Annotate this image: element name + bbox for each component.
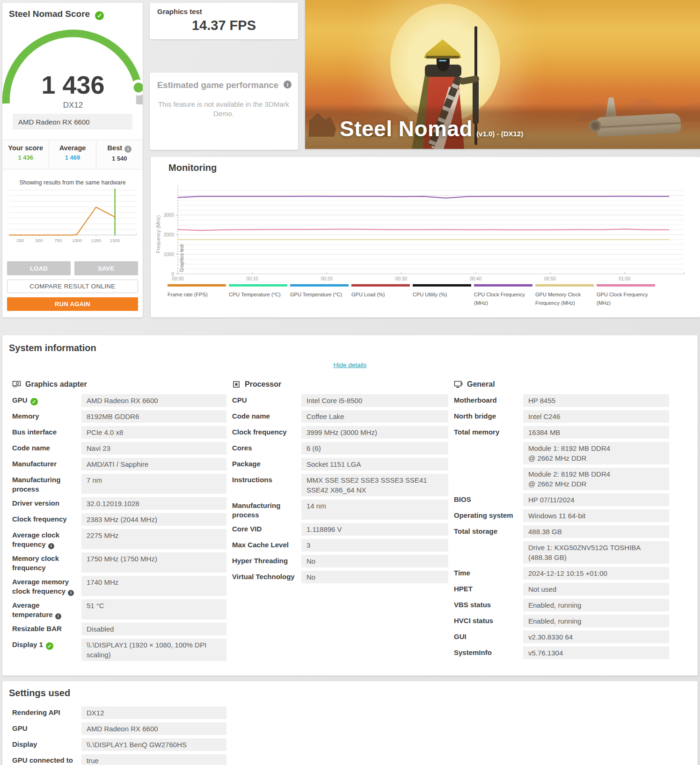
info-value: Navi 23 — [81, 442, 226, 455]
hide-details-link: Hide details — [2, 361, 698, 368]
info-label: CPU — [232, 394, 301, 407]
info-value: 488.38 GB — [523, 525, 669, 538]
svg-text:500: 500 — [36, 238, 43, 243]
info-label: Manufacturing process — [12, 474, 81, 494]
3dmark-result-page: Steel Nomad Score ✓ 1 436 DX12 AMD Radeo… — [0, 0, 700, 765]
info-label: Virtual Technology — [232, 571, 301, 583]
save-button[interactable]: SAVE — [74, 261, 138, 275]
info-label: Driver version — [12, 497, 81, 510]
legend-item[interactable]: Frame rate (FPS) — [168, 284, 226, 307]
legend-item[interactable]: CPU Clock Frequency (MHz) — [474, 284, 532, 307]
info-icon[interactable]: i — [68, 590, 74, 596]
info-label: Package — [232, 458, 301, 471]
best-info-icon[interactable]: i — [124, 146, 131, 153]
info-row: CPUIntel Core i5-8500 — [232, 394, 448, 407]
info-row: SystemInfov5.76.1304 — [454, 647, 669, 659]
character-visor — [439, 60, 446, 61]
info-row: Max Cache Level3 — [232, 539, 448, 552]
info-label — [454, 541, 523, 564]
info-row: North bridgeIntel C246 — [454, 410, 669, 423]
info-label: Instructions — [232, 474, 301, 496]
check-icon: ✓ — [30, 398, 38, 405]
column-header-label: Graphics adapter — [25, 380, 87, 389]
info-value: PCIe 4.0 x8 — [81, 426, 226, 439]
info-value: 16384 MB — [523, 426, 669, 439]
info-row: GPUAMD Radeon RX 6600 — [12, 722, 226, 735]
info-label: Memory clock frequency — [12, 552, 81, 573]
info-value: Module 2: 8192 MB DDR4 @ 2662 MHz DDR — [523, 468, 669, 490]
results-histogram: 250500750100012501500 — [5, 186, 140, 250]
legend-item[interactable]: GPU Memory Clock Frequency (MHz) — [535, 284, 594, 307]
info-label — [454, 468, 523, 490]
info-row: Operating systemWindows 11 64-bit — [454, 509, 669, 522]
load-button[interactable]: LOAD — [7, 261, 71, 275]
gpu-select[interactable]: AMD Radeon RX 6600 — [13, 114, 132, 130]
best-score-cell: Besti 1 540 — [96, 140, 143, 169]
info-value: 2275 MHz — [81, 529, 226, 549]
svg-text:1000: 1000 — [72, 238, 82, 243]
graphics-test-value: 14.37 FPS — [150, 18, 298, 33]
info-row: Display\\.\DISPLAY1 BenQ GW2760HS — [12, 738, 226, 751]
info-value: Not used — [523, 583, 669, 596]
info-row: Clock frequency3999 MHz (3000 MHz) — [232, 426, 448, 439]
info-value: HP 07/11/2024 — [523, 493, 669, 506]
info-row: Memory8192MB GDDR6 — [12, 410, 226, 423]
estimated-performance-info-icon[interactable]: i — [284, 81, 292, 88]
svg-text:Frequency (MHz): Frequency (MHz) — [155, 215, 161, 253]
info-value: \\.\DISPLAY1 (1920 × 1080, 100% DPI scal… — [81, 639, 226, 661]
monitoring-chart: 0100020003000Frequency (MHz)Graphics tes… — [151, 157, 700, 282]
info-label: Total memory — [454, 426, 523, 439]
column-header-label: General — [467, 380, 495, 389]
info-value: Disabled — [81, 623, 226, 635]
best-label-text: Best — [108, 144, 122, 152]
run-again-button[interactable]: RUN AGAIN — [7, 297, 138, 311]
info-icon[interactable]: i — [48, 543, 54, 549]
info-row: Drive 1: KXG50ZNV512G TOSHIBA (488.38 GB… — [454, 541, 669, 564]
svg-text:1250: 1250 — [91, 238, 101, 243]
svg-text:00:20: 00:20 — [321, 276, 333, 281]
svg-text:00:10: 00:10 — [247, 276, 258, 281]
info-row: Total storage488.38 GB — [454, 525, 669, 538]
info-label: Core VID — [232, 523, 301, 536]
system-information-panel: System information Hide details Graphics… — [2, 335, 698, 676]
info-value: AMD/ATI / Sapphire — [81, 458, 226, 471]
info-row: GPU connected totrue — [12, 754, 226, 765]
info-label: Operating system — [454, 509, 523, 522]
info-label: Total storage — [454, 525, 523, 538]
info-value: 2383 MHz (2044 MHz) — [81, 513, 226, 526]
info-row: Manufacturing process7 nm — [12, 474, 226, 494]
info-label: Max Cache Level — [232, 539, 301, 552]
legend-item[interactable]: GPU Load (%) — [351, 284, 410, 307]
info-label: GPU✓ — [12, 394, 81, 407]
legend-item[interactable]: CPU Temperature (°C) — [229, 284, 287, 307]
info-label: VBS status — [454, 599, 523, 611]
info-label: Clock frequency — [232, 426, 301, 439]
legend-color-bar — [351, 284, 410, 287]
info-row: Memory clock frequency1750 MHz (1750 MHz… — [12, 552, 226, 573]
info-value: MMX SSE SSE2 SSE3 SSSE3 SSE41 SSE42 X86_… — [301, 474, 448, 496]
info-label: Average temperaturei — [12, 599, 81, 619]
score-value: 1 436 — [41, 71, 104, 99]
legend-color-bar — [229, 284, 287, 287]
your-score-value: 1 436 — [2, 154, 49, 161]
info-row: ManufacturerAMD/ATI / Sapphire — [12, 458, 226, 471]
legend-label: GPU Memory Clock Frequency (MHz) — [535, 291, 594, 307]
general-column: General MotherboardHP 8455North bridgeIn… — [454, 380, 669, 662]
svg-text:00:30: 00:30 — [395, 276, 407, 281]
legend-item[interactable]: CPU Utility (%) — [413, 284, 471, 307]
info-icon[interactable]: i — [55, 613, 61, 619]
legend-color-bar — [535, 284, 594, 287]
info-value: No — [301, 555, 448, 567]
legend-item[interactable]: GPU Clock Frequency (MHz) — [597, 284, 655, 307]
info-value: AMD Radeon RX 6600 — [81, 394, 226, 407]
info-label: North bridge — [454, 410, 523, 423]
info-value: 3 — [301, 539, 448, 552]
compare-result-online-button[interactable]: COMPARE RESULT ONLINE — [7, 280, 138, 293]
svg-text:2000: 2000 — [164, 232, 175, 237]
info-label — [454, 442, 523, 464]
legend-item[interactable]: GPU Temperature (°C) — [290, 284, 349, 307]
info-label: Memory — [12, 410, 81, 423]
hide-details-text[interactable]: Hide details — [334, 361, 367, 368]
info-row: HPETNot used — [454, 583, 669, 596]
svg-text:0: 0 — [171, 272, 174, 277]
